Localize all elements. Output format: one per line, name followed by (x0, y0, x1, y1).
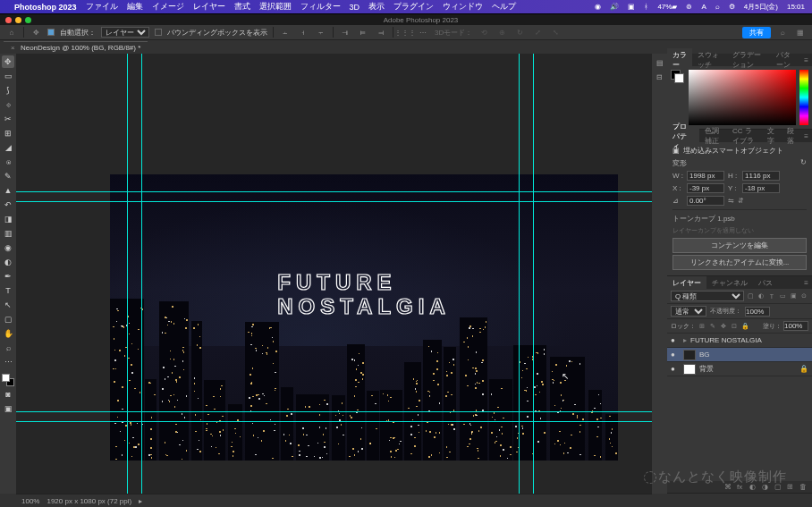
minimize-button[interactable] (15, 17, 21, 23)
panel-menu-icon[interactable]: ≡ (800, 132, 812, 140)
filter-shape-icon[interactable]: ▭ (778, 292, 787, 300)
align-top-icon[interactable]: ⫠ (279, 26, 292, 38)
tab-channels[interactable]: チャンネル (706, 276, 753, 290)
status-wifi-icon[interactable]: ⊚ (686, 3, 692, 11)
guide-horizontal[interactable] (16, 201, 652, 202)
search-icon[interactable]: ⌕ (776, 26, 789, 38)
move-tool-icon[interactable]: ✥ (30, 26, 42, 38)
status-time[interactable]: 15:01 (787, 3, 805, 11)
new-layer-icon[interactable]: ⊞ (787, 483, 796, 491)
bbox-checkbox[interactable] (155, 29, 162, 36)
menu-filter[interactable]: フィルター (300, 1, 341, 13)
panel-menu-icon[interactable]: ≡ (800, 279, 812, 287)
lasso-tool[interactable]: ⟆ (2, 84, 14, 97)
fill-input[interactable] (783, 321, 808, 331)
tab-character[interactable]: 文字 (762, 124, 782, 148)
document-canvas[interactable]: FUTURE NOSTALGIA (110, 174, 618, 461)
collapsed-panel-2[interactable]: ⊟ (655, 72, 665, 82)
status-spotlight-icon[interactable]: A (701, 3, 706, 11)
quick-mask-tool[interactable]: ◙ (2, 388, 14, 401)
doc-dimensions[interactable]: 1920 px x 1080 px (72 ppi) (47, 497, 131, 505)
delete-layer-icon[interactable]: 🗑 (799, 483, 808, 491)
filter-toggle-icon[interactable]: ⊙ (799, 292, 808, 300)
blend-mode-dropdown[interactable]: 通常 (671, 306, 706, 317)
visibility-icon[interactable]: ● (671, 336, 680, 344)
layer-item[interactable]: ● 背景 🔒 (667, 362, 812, 376)
menu-image[interactable]: イメージ (152, 1, 184, 13)
status-control-center-icon[interactable]: ⚙ (729, 3, 735, 11)
close-button[interactable] (5, 17, 12, 23)
hue-strip[interactable] (799, 70, 808, 125)
stamp-tool[interactable]: ▲ (2, 184, 14, 197)
filter-adj-icon[interactable]: ◐ (757, 292, 765, 300)
status-volume-icon[interactable]: 🔊 (610, 3, 619, 11)
collapsed-panel-1[interactable]: ▤ (655, 57, 665, 68)
guide-horizontal[interactable] (16, 191, 652, 192)
blur-tool[interactable]: ◉ (2, 241, 14, 254)
y-input[interactable] (742, 183, 780, 193)
eyedropper-tool[interactable]: ◢ (2, 141, 14, 154)
pen-tool[interactable]: ✒ (2, 270, 14, 283)
status-expand-icon[interactable]: ▸ (139, 497, 142, 505)
transform-section[interactable]: 変形 (672, 159, 687, 167)
status-bluetooth-icon[interactable]: ᚼ (644, 3, 648, 11)
adjustment-icon[interactable]: ◑ (762, 483, 771, 491)
menu-view[interactable]: 表示 (368, 1, 385, 13)
layer-thumbnail[interactable] (683, 350, 696, 360)
menu-window[interactable]: ウィンドウ (443, 1, 483, 13)
group-icon[interactable]: ▢ (774, 483, 783, 491)
layer-item[interactable]: ● ▸ FUTURE NOSTALGIA (667, 334, 812, 348)
tab-cclib[interactable]: CC ライブラ (727, 124, 762, 148)
layer-name[interactable]: FUTURE NOSTALGIA (690, 336, 762, 344)
document-tab[interactable]: × NeonDesign @ 100% (BG, RGB/8#) * (4, 41, 148, 54)
w-input[interactable] (687, 171, 724, 181)
flip-v-icon[interactable]: ⇵ (738, 197, 744, 205)
tab-color[interactable]: カラー (667, 48, 692, 72)
menu-help[interactable]: ヘルプ (492, 1, 516, 13)
status-record-icon[interactable]: ◉ (595, 3, 601, 11)
maximize-button[interactable] (25, 17, 31, 23)
lock-brush-icon[interactable]: ✎ (708, 323, 717, 330)
share-button[interactable]: 共有 (742, 27, 771, 38)
menu-type[interactable]: 書式 (234, 1, 250, 13)
reset-icon[interactable]: ↻ (800, 158, 807, 166)
move-tool[interactable]: ✥ (2, 55, 14, 68)
guide-vertical[interactable] (533, 54, 534, 494)
align-vcenter-icon[interactable]: ⫞ (297, 26, 309, 38)
x-input[interactable] (687, 183, 724, 193)
tab-adjustments[interactable]: 色調補正 (699, 124, 727, 148)
shape-tool[interactable]: ▢ (2, 313, 14, 325)
tab-paragraph[interactable]: 段落 (782, 124, 801, 148)
lock-transparent-icon[interactable]: ⊞ (698, 323, 706, 330)
status-battery[interactable]: 47% ▰ (657, 3, 677, 11)
lock-artboard-icon[interactable]: ⊡ (730, 323, 739, 330)
align-bottom-icon[interactable]: ⫟ (315, 26, 327, 38)
more-align-icon[interactable]: ⋯ (417, 26, 429, 38)
filter-smart-icon[interactable]: ▣ (789, 292, 798, 300)
brush-tool[interactable]: ✎ (2, 170, 14, 182)
type-tool[interactable]: T (2, 284, 14, 297)
link-layers-icon[interactable]: ⌘ (724, 483, 733, 491)
edit-contents-button[interactable]: コンテンツを編集 (672, 238, 807, 253)
guide-vertical[interactable] (141, 54, 142, 494)
canvas-area[interactable]: FUTURE NOSTALGIA ↖ (16, 54, 652, 494)
panel-menu-icon[interactable]: ≡ (800, 56, 812, 64)
history-brush-tool[interactable]: ↶ (2, 199, 14, 211)
tab-paths[interactable]: パス (753, 276, 778, 290)
menu-layer[interactable]: レイヤー (193, 1, 225, 13)
eraser-tool[interactable]: ◨ (2, 213, 14, 225)
filter-type-icon[interactable]: T (767, 292, 776, 300)
frame-tool[interactable]: ⊞ (2, 127, 14, 139)
gradient-tool[interactable]: ▥ (2, 227, 14, 240)
edit-toolbar[interactable]: ⋯ (2, 356, 14, 368)
crop-tool[interactable]: ✂ (2, 113, 14, 125)
color-swatches[interactable] (671, 70, 685, 84)
align-right-icon[interactable]: ⫤ (375, 26, 387, 38)
menu-edit[interactable]: 編集 (127, 1, 143, 13)
screen-mode-tool[interactable]: ▣ (2, 402, 14, 415)
dodge-tool[interactable]: ◐ (2, 256, 14, 268)
guide-vertical[interactable] (127, 54, 128, 494)
layer-filter-dropdown[interactable]: Q 種類 (671, 291, 744, 301)
menu-3d[interactable]: 3D (350, 3, 360, 12)
visibility-icon[interactable]: ● (671, 351, 680, 359)
